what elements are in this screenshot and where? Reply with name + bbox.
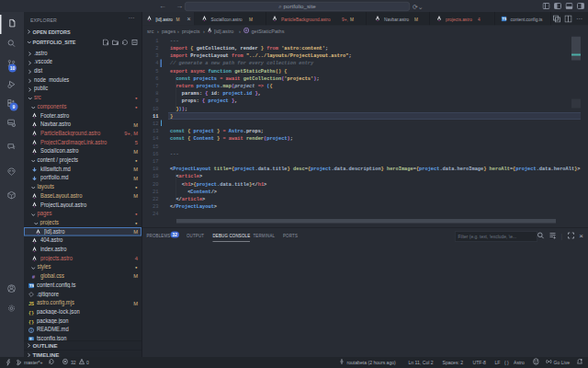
svg-text:#: # bbox=[32, 274, 36, 280]
svg-text:TS: TS bbox=[29, 283, 34, 288]
svg-text:JS: JS bbox=[28, 301, 34, 306]
svg-text:TS: TS bbox=[503, 17, 507, 21]
svg-text:{}: {} bbox=[28, 319, 34, 324]
svg-text:{}: {} bbox=[28, 311, 34, 316]
